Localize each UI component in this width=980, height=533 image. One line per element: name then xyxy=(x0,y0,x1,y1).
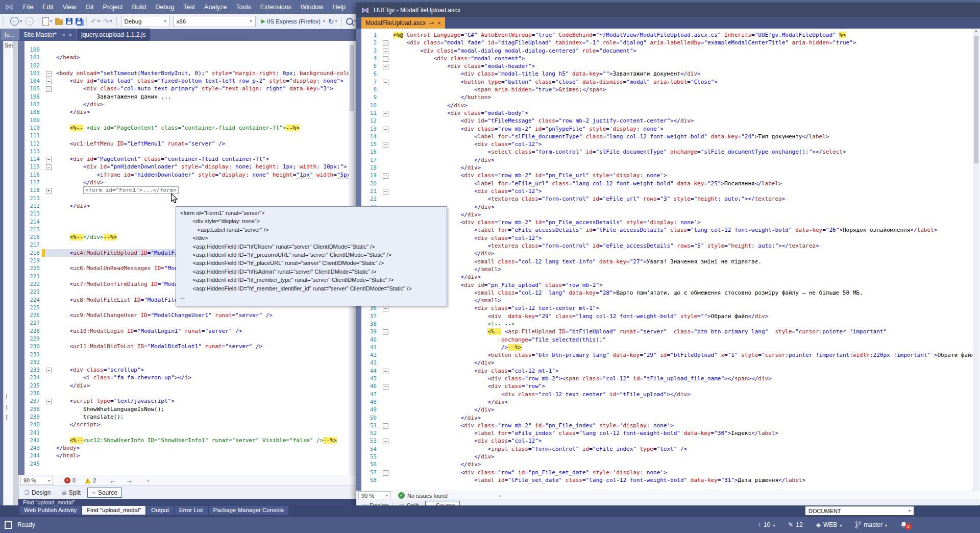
fold-collapse-icon[interactable]: − xyxy=(383,49,388,54)
menu-item-help[interactable]: Help xyxy=(328,2,350,13)
right-editor-scrollbar[interactable]: ▲ xyxy=(973,29,979,491)
fold-collapse-icon[interactable]: − xyxy=(46,157,52,162)
collapsed-region-box[interactable]: <form id="Form1">...</form> xyxy=(83,186,179,194)
menu-item-file[interactable]: File xyxy=(18,2,38,13)
fold-collapse-icon[interactable]: − xyxy=(383,111,388,116)
right-editor[interactable]: 1<%@ Control Language="C#" AutoEventWire… xyxy=(356,29,979,491)
side-panel-scrollbar[interactable] xyxy=(13,41,17,505)
fold-collapse-icon[interactable]: − xyxy=(46,79,52,84)
fold-collapse-icon[interactable]: − xyxy=(383,384,388,390)
menu-item-git[interactable]: Git xyxy=(81,2,99,13)
collapsed-find-results-panel[interactable]: Find "upload_modal" xyxy=(18,499,356,505)
fold-collapse-icon[interactable]: − xyxy=(383,439,388,444)
menu-item-test[interactable]: Test xyxy=(179,2,200,13)
collapsed-side-panel[interactable]: Sear [[[ xyxy=(3,41,18,505)
fold-collapse-icon[interactable]: − xyxy=(46,71,52,77)
menu-item-window[interactable]: Window xyxy=(296,2,328,13)
bottom-tab[interactable]: Find "upload_modal" xyxy=(82,506,145,515)
close-icon[interactable]: × xyxy=(437,20,440,26)
navigate-forward-button[interactable]: → xyxy=(25,16,34,27)
line-number: 213 xyxy=(24,210,42,217)
tab-modal-file-upload[interactable]: ModalFileUpload.ascx ⊸ × xyxy=(361,17,445,29)
publish-target-button[interactable]: ◈ WEB▴ xyxy=(816,521,842,528)
code-line: 46− <div class="row"> xyxy=(361,382,979,390)
left-editor-indicator-margin xyxy=(18,41,24,475)
redo-button[interactable]: ↷▾ xyxy=(103,16,112,27)
menu-item-project[interactable]: Project xyxy=(99,2,128,13)
browse-with-button[interactable]: ▾ xyxy=(346,16,356,27)
solution-platform-combo[interactable]: x86▾ xyxy=(173,16,256,27)
view-design-icon: ❏ xyxy=(24,490,29,495)
floating-window-title-bar[interactable]: ⋈ UUEfgv - ModalFileUpload.ascx xyxy=(356,3,980,17)
fold-collapse-icon[interactable]: − xyxy=(46,86,52,92)
view-split[interactable]: ▤Split xyxy=(57,488,85,497)
navigate-forward-icon[interactable]: → xyxy=(126,476,133,484)
close-icon[interactable]: × xyxy=(69,32,72,38)
floating-editor-window[interactable]: ⋈ UUEfgv - ModalFileUpload.ascx ModalFil… xyxy=(356,3,980,505)
bottom-tab[interactable]: Output xyxy=(146,506,174,515)
scroll-up-icon[interactable]: ▲ xyxy=(973,29,979,33)
fold-collapse-icon[interactable]: − xyxy=(383,142,388,148)
fold-collapse-icon[interactable]: − xyxy=(383,80,388,85)
toolbar-drag-handle[interactable] xyxy=(3,17,6,26)
bottom-tab[interactable]: Web Publish Activity xyxy=(19,506,81,515)
notifications-button[interactable]: 2 xyxy=(900,521,914,528)
code-line: 12 <div id="tFileMessage" class="row mb-… xyxy=(361,117,979,125)
fold-collapse-icon[interactable]: − xyxy=(383,189,388,195)
document-element-combo[interactable]: DOCUMENT▾ xyxy=(805,506,914,515)
solution-configuration-combo[interactable]: Debug▾ xyxy=(121,16,170,27)
menu-item-view[interactable]: View xyxy=(58,2,81,13)
menu-item-edit[interactable]: Edit xyxy=(38,2,58,13)
fold-collapse-icon[interactable]: − xyxy=(383,423,388,429)
menu-item-extensions[interactable]: Extensions xyxy=(256,2,296,13)
tab-jquery-ocupload[interactable]: jquery.ocupload-1.1.2.js xyxy=(77,29,150,41)
menu-item-debug[interactable]: Debug xyxy=(151,2,179,13)
fold-expand-icon[interactable]: + xyxy=(46,188,52,193)
pending-changes-button[interactable]: ✎ 12 xyxy=(788,521,802,528)
fold-collapse-icon[interactable]: − xyxy=(383,173,388,179)
toolbox-vertical-tab[interactable]: To... xyxy=(1,29,20,40)
error-count[interactable]: 0 xyxy=(72,477,76,483)
view-source[interactable]: ‹›Source xyxy=(87,488,122,498)
menu-item-tools[interactable]: Tools xyxy=(232,2,256,13)
menu-item-analyze[interactable]: Analyze xyxy=(200,2,231,13)
pin-icon[interactable]: ⊸ xyxy=(60,32,65,38)
start-debugging-button[interactable]: ▶ IIS Express (Firefox)▾ xyxy=(261,16,325,27)
fold-collapse-icon[interactable]: − xyxy=(383,306,388,311)
undo-button[interactable]: ↶▾ xyxy=(91,16,100,27)
fold-collapse-icon[interactable]: − xyxy=(46,368,52,373)
code-text: </div> xyxy=(389,156,979,164)
code-text xyxy=(52,358,356,366)
open-file-button[interactable] xyxy=(55,16,63,27)
outgoing-commits-button[interactable]: ↑ 10▴ xyxy=(758,521,775,528)
fold-collapse-icon[interactable]: − xyxy=(383,369,388,374)
view-design[interactable]: ❏Design xyxy=(20,488,55,497)
fold-collapse-icon[interactable]: − xyxy=(383,470,388,476)
save-all-button[interactable] xyxy=(76,16,82,27)
menu-item-build[interactable]: Build xyxy=(127,2,151,13)
fold-collapse-icon[interactable]: − xyxy=(383,40,388,46)
fold-collapse-icon[interactable]: − xyxy=(46,399,52,404)
git-branch-button[interactable]: master▴ xyxy=(855,521,887,528)
code-line: 18 </div> xyxy=(361,164,979,172)
splitter-grip-icon[interactable]: ◂ xyxy=(499,493,501,498)
new-project-button[interactable]: ▾ xyxy=(42,16,52,27)
bottom-tab[interactable]: Package Manager Console xyxy=(209,506,289,515)
tab-site-master[interactable]: Site.Master* ⊸ × xyxy=(19,29,76,41)
line-number: 114 xyxy=(24,155,42,163)
left-zoom-combo[interactable]: 90 %▾ xyxy=(20,476,53,485)
fold-collapse-icon[interactable]: − xyxy=(383,56,388,62)
navigate-backward-icon[interactable]: ← xyxy=(109,476,116,484)
refresh-button[interactable]: ↻▾ xyxy=(328,16,337,27)
fold-collapse-icon[interactable]: − xyxy=(46,164,52,170)
pin-icon[interactable]: ⊸ xyxy=(429,20,434,27)
fold-collapse-icon[interactable]: − xyxy=(383,64,388,69)
fold-collapse-icon[interactable]: − xyxy=(383,127,388,132)
fold-margin: − xyxy=(45,69,52,77)
save-button[interactable] xyxy=(66,16,72,27)
navigate-back-button[interactable]: ←▾ xyxy=(10,16,22,27)
warning-count[interactable]: 2 xyxy=(93,477,96,483)
fold-collapse-icon[interactable]: − xyxy=(383,329,388,335)
bottom-tab[interactable]: Error List xyxy=(175,506,208,515)
splitter-grip-icon[interactable]: ◂ xyxy=(146,478,149,483)
